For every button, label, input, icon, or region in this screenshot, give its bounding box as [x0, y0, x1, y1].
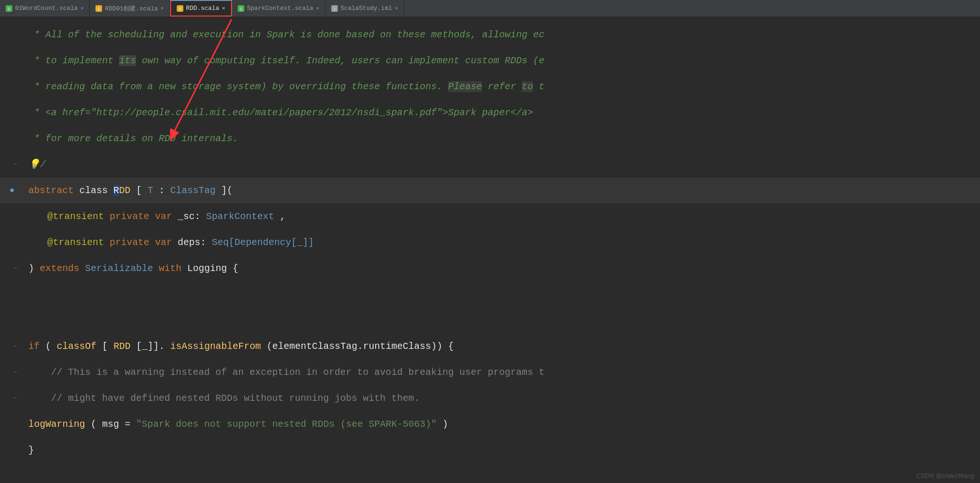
tab-close-wordcount[interactable]: × — [81, 6, 84, 11]
svg-text:S: S — [239, 7, 242, 11]
code-text-5: * for more details on RDD internals. — [28, 126, 238, 152]
code-line-4: * <a href="http://people.csail.mit.edu/m… — [0, 100, 980, 126]
fold-icon-6[interactable]: − — [13, 152, 17, 178]
watermark: CSDN @chde2Wang — [916, 472, 974, 479]
code-line-13: − if ( classOf [ RDD [_]]. isAssignableF… — [0, 333, 980, 359]
code-editor[interactable]: * All of the scheduling and execution in… — [0, 17, 980, 483]
code-line-16: logWarning ( msg = "Spark does not suppo… — [0, 411, 980, 437]
tab-label-rdd: RDD.scala — [186, 5, 219, 12]
code-text-3: * reading data from a new storage system… — [28, 74, 544, 100]
code-line-12 — [0, 307, 980, 333]
fold-icon-10[interactable]: − — [13, 255, 17, 281]
tab-label-scalastudy: ScalaStudy.iml — [341, 5, 392, 12]
code-text-8: @transient private var _sc: SparkContext… — [28, 203, 285, 229]
fold-icon-13[interactable]: − — [13, 333, 17, 359]
code-content: * All of the scheduling and execution in… — [0, 17, 980, 468]
code-line-8: @transient private var _sc: SparkContext… — [0, 203, 980, 229]
code-text-6: 💡/ — [28, 152, 46, 178]
code-line-6: − 💡/ — [0, 152, 980, 178]
code-line-10: − ) extends Serializable with Logging { — [0, 255, 980, 281]
code-line-15: − // might have defined nested RDDs with… — [0, 385, 980, 411]
tab-bar: S 01WordCount.scala × S RDD01创建.scala × … — [0, 0, 980, 17]
tab-sparkcontext[interactable]: S SparkContext.scala × — [232, 0, 326, 17]
tab-icon-rdd01: S — [95, 5, 102, 12]
tab-close-sparkcontext[interactable]: × — [316, 6, 319, 11]
tab-label-rdd01: RDD01创建.scala — [105, 4, 158, 13]
code-line-9: @transient private var deps: Seq[Depende… — [0, 229, 980, 255]
tab-label-wordcount: 01WordCount.scala — [15, 5, 78, 12]
tab-scalastudy[interactable]: I ScalaStudy.iml × — [326, 0, 404, 17]
code-line-2: * to implement its own way of computing … — [0, 48, 980, 74]
tab-icon-rdd: S — [177, 5, 183, 12]
code-line-5: * for more details on RDD internals. — [0, 126, 980, 152]
tab-label-sparkcontext: SparkContext.scala — [247, 5, 313, 12]
bookmark-icon: ● — [9, 178, 15, 203]
svg-text:S: S — [179, 7, 181, 11]
code-text-13: if ( classOf [ RDD [_]]. isAssignableFro… — [28, 333, 454, 359]
code-text-16: logWarning ( msg = "Spark does not suppo… — [28, 411, 448, 437]
tab-rdd[interactable]: S RDD.scala × — [170, 0, 232, 17]
tab-close-scalastudy[interactable]: × — [395, 6, 398, 11]
svg-text:I: I — [334, 7, 335, 11]
fold-icon-14[interactable]: − — [13, 359, 17, 385]
code-text-10: ) extends Serializable with Logging { — [28, 255, 238, 281]
code-line-17: } — [0, 437, 980, 463]
tab-icon-wordcount: S — [6, 5, 12, 12]
tab-icon-sparkcontext: S — [238, 5, 244, 12]
tab-close-rdd[interactable]: × — [222, 6, 225, 11]
fold-icon-15[interactable]: − — [13, 385, 17, 411]
code-line-7: ● abstract class RDD [ T : ClassTag ]( — [0, 178, 980, 203]
tab-rdd01[interactable]: S RDD01创建.scala × — [90, 0, 170, 17]
code-line-3: * reading data from a new storage system… — [0, 74, 980, 100]
code-text-4: * <a href="http://people.csail.mit.edu/m… — [28, 100, 533, 126]
svg-text:S: S — [8, 7, 10, 11]
tab-wordcount[interactable]: S 01WordCount.scala × — [0, 0, 90, 17]
tab-icon-scalastudy: I — [331, 5, 338, 12]
code-line-11 — [0, 281, 980, 307]
code-text-2: * to implement its own way of computing … — [28, 48, 544, 74]
code-text-15: // might have defined nested RDDs withou… — [28, 385, 420, 411]
svg-text:S: S — [97, 7, 100, 11]
code-text-7: abstract class RDD [ T : ClassTag ]( — [28, 178, 232, 203]
tab-close-rdd01[interactable]: × — [161, 6, 164, 11]
code-line-1: * All of the scheduling and execution in… — [0, 22, 980, 48]
code-text-14: // This is a warning instead of an excep… — [28, 359, 544, 385]
code-text-17: } — [28, 437, 34, 463]
code-text-1: * All of the scheduling and execution in… — [28, 22, 544, 48]
code-text-9: @transient private var deps: Seq[Depende… — [28, 229, 314, 255]
code-line-14: − // This is a warning instead of an exc… — [0, 359, 980, 385]
